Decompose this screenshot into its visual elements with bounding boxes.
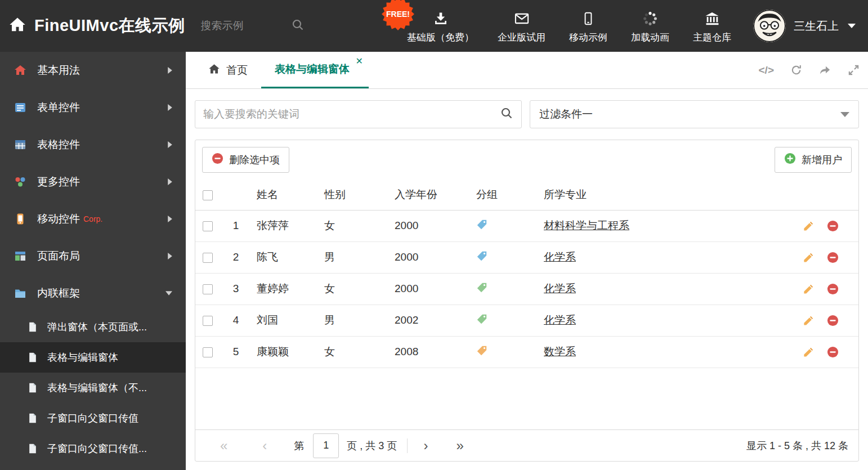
page-suffix-label: 页 , 共 3 页: [347, 439, 397, 453]
chevron-right-icon: [168, 67, 172, 74]
tag-icon: [476, 284, 487, 296]
cell-gender: 女: [319, 273, 390, 305]
first-page-icon[interactable]: «: [220, 439, 227, 453]
file-icon: [27, 442, 38, 455]
row-checkbox[interactable]: [203, 284, 213, 294]
user-menu[interactable]: 三生石上: [753, 0, 856, 52]
keyword-search-input[interactable]: [203, 108, 500, 120]
nav-item-basic-edition[interactable]: FREE! 基础版（免费）: [395, 0, 486, 52]
edit-icon[interactable]: [803, 346, 815, 358]
table-row[interactable]: 1 张萍萍 女 2000 材料科学与工程系: [195, 210, 858, 241]
row-number: 1: [220, 210, 252, 241]
next-page-icon[interactable]: ›: [423, 439, 428, 453]
major-link[interactable]: 材料科学与工程系: [544, 220, 629, 231]
mobile-icon: [14, 212, 28, 226]
page-prefix-label: 第: [294, 439, 304, 453]
table-row[interactable]: 3 董婷婷 女 2000 化学系: [195, 273, 858, 305]
delete-icon[interactable]: [827, 346, 839, 358]
chevron-right-icon: [168, 253, 172, 259]
users-table: 姓名 性别 入学年份 分组 所学专业 1 张萍萍: [195, 180, 858, 368]
row-checkbox[interactable]: [203, 316, 213, 326]
column-header-major: 所学专业: [539, 180, 791, 210]
table-row[interactable]: 5 康颖颖 女 2008 数学系: [195, 336, 858, 368]
sidebar-item-label: 页面布局: [37, 249, 80, 263]
top-search-input[interactable]: [201, 20, 291, 32]
filter-dropdown[interactable]: 过滤条件一: [530, 100, 859, 128]
table-row[interactable]: 2 陈飞 男 2000 化学系: [195, 241, 858, 273]
nav-item-theme-store[interactable]: 主题仓库: [681, 0, 743, 52]
nav-item-mobile-demo[interactable]: 移动示例: [557, 0, 619, 52]
edit-icon[interactable]: [803, 220, 815, 232]
home-icon: [208, 63, 220, 78]
sidebar-subitem-grid-edit-window-2[interactable]: 表格与编辑窗体（不...: [0, 373, 186, 403]
column-header-name: 姓名: [252, 180, 319, 210]
sidebar-item-label: 表单控件: [37, 100, 80, 115]
sidebar-subitem-popup-window[interactable]: 弹出窗体（本页面或...: [0, 312, 186, 342]
sidebar-item-grid-controls[interactable]: 表格控件: [0, 126, 186, 163]
sidebar-subitem-label: 弹出窗体（本页面或...: [47, 320, 147, 334]
sidebar-subitem-label: 表格与编辑窗体: [47, 351, 118, 364]
mobile-icon: [581, 8, 596, 26]
more-controls-icon: [14, 175, 28, 189]
edit-icon[interactable]: [803, 283, 815, 295]
last-page-icon[interactable]: »: [456, 439, 463, 453]
search-icon[interactable]: [291, 18, 305, 34]
keyword-search-box: [195, 100, 522, 128]
sidebar-item-mobile-controls[interactable]: 移动控件 Corp.: [0, 200, 186, 238]
share-icon[interactable]: [818, 64, 831, 77]
sidebar-item-iframe[interactable]: 内联框架: [0, 275, 186, 312]
code-icon[interactable]: </>: [759, 64, 774, 77]
cell-gender: 男: [319, 241, 390, 273]
sidebar-item-more-controls[interactable]: 更多控件: [0, 163, 186, 200]
tab-close-icon[interactable]: ✕: [356, 56, 363, 66]
refresh-icon[interactable]: [790, 64, 803, 77]
sidebar-item-form-controls[interactable]: 表单控件: [0, 89, 186, 126]
tab-grid-edit-window[interactable]: 表格与编辑窗体 ✕: [261, 52, 369, 88]
delete-icon[interactable]: [827, 283, 839, 295]
column-header-gender: 性别: [319, 180, 390, 210]
row-checkbox[interactable]: [203, 347, 213, 357]
delete-icon[interactable]: [827, 220, 839, 232]
brand[interactable]: FineUIMvc在线示例: [9, 0, 185, 52]
add-user-button[interactable]: 新增用户: [775, 147, 852, 173]
nav-item-enterprise-trial[interactable]: 企业版试用: [486, 0, 557, 52]
table-row[interactable]: 4 刘国 男 2002 化学系: [195, 305, 858, 336]
sidebar: 基本用法 表单控件 表格控件 更多控件: [0, 52, 186, 470]
select-all-checkbox[interactable]: [203, 190, 213, 200]
tab-strip: 首页 表格与编辑窗体 ✕ </>: [186, 52, 868, 89]
edit-icon[interactable]: [803, 315, 815, 326]
row-number: 4: [220, 305, 252, 336]
major-link[interactable]: 化学系: [544, 283, 576, 294]
top-bar: FineUIMvc在线示例 FREE! 基础版（免费） 企业版试用 移动示例: [0, 0, 868, 52]
cell-gender: 女: [319, 210, 390, 241]
sidebar-item-page-layout[interactable]: 页面布局: [0, 238, 186, 275]
sidebar-item-basic-usage[interactable]: 基本用法: [0, 52, 186, 89]
column-header-year: 入学年份: [390, 180, 471, 210]
sidebar-subitem-child-to-parent[interactable]: 子窗口向父窗口传值: [0, 403, 186, 433]
form-icon: [14, 101, 28, 114]
nav-item-loading-animation[interactable]: 加载动画: [619, 0, 681, 52]
row-checkbox[interactable]: [203, 253, 213, 263]
pagination-divider: [407, 438, 408, 453]
page-number-input[interactable]: [313, 433, 339, 458]
sidebar-subitem-label: 表格与编辑窗体（不...: [47, 381, 147, 395]
delete-icon[interactable]: [827, 252, 839, 263]
row-checkbox[interactable]: [203, 221, 213, 231]
tab-home[interactable]: 首页: [195, 52, 261, 88]
download-icon: [433, 8, 449, 26]
prev-page-icon[interactable]: ‹: [262, 439, 267, 453]
delete-selected-button[interactable]: 删除选中项: [202, 147, 289, 173]
sidebar-subitem-grid-edit-window[interactable]: 表格与编辑窗体: [0, 342, 186, 373]
grid-toolbar: 删除选中项 新增用户: [195, 140, 858, 180]
delete-icon[interactable]: [827, 315, 839, 326]
fullscreen-icon[interactable]: [847, 64, 860, 77]
major-link[interactable]: 数学系: [544, 346, 576, 357]
major-link[interactable]: 化学系: [544, 314, 576, 326]
cell-year: 2008: [390, 336, 471, 368]
major-link[interactable]: 化学系: [544, 251, 576, 263]
search-icon[interactable]: [500, 106, 513, 122]
avatar: [753, 10, 786, 42]
sidebar-subitem-child-to-parent-2[interactable]: 子窗口向父窗口传值...: [0, 433, 186, 464]
edit-icon[interactable]: [803, 252, 815, 263]
grid-panel: 删除选中项 新增用户: [195, 140, 859, 462]
